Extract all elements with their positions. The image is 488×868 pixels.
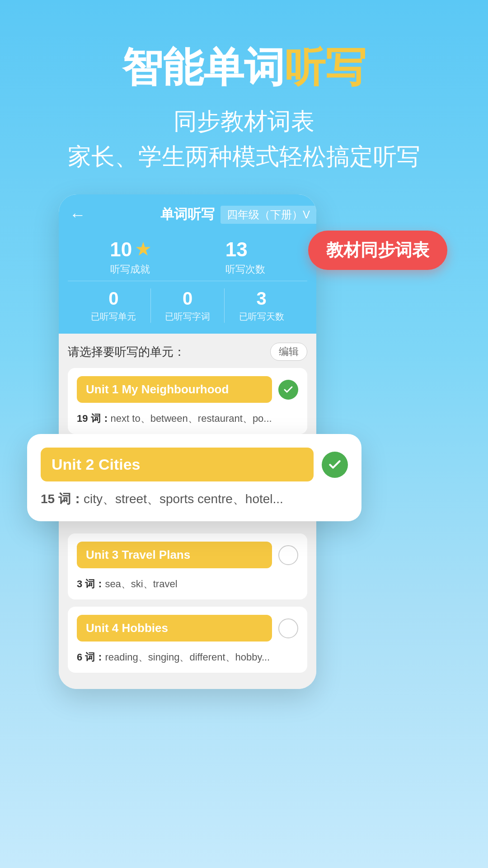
unit4-circle: [278, 618, 298, 638]
floating-unit2-words: 15 词：city、street、sports centre、hotel...: [41, 491, 348, 508]
star-icon: ★: [136, 240, 150, 259]
title-part2: 听写: [285, 45, 366, 90]
unit3-title-box: Unit 3 Travel Plans: [77, 542, 272, 568]
unit1-word-count: 19 词：: [77, 413, 111, 424]
floating-unit2-title-box: Unit 2 Cities: [41, 448, 314, 481]
app-blue-header: ← 单词听写 四年级（下册）V 10 ★ 听写成就 13 听写次数 0: [59, 194, 316, 334]
app-stats-row2: 0 已听写单元 0 已听写字词 3 已听写天数: [68, 281, 307, 334]
floating-unit2-row: Unit 2 Cities: [41, 448, 348, 481]
floating-unit2-word-count: 15 词：: [41, 492, 84, 506]
unit3-word-count: 3 词：: [77, 578, 105, 590]
select-row: 请选择要听写的单元： 编辑: [68, 343, 307, 361]
units-stat: 0 已听写单元: [77, 288, 151, 323]
floating-unit2-check: [322, 452, 348, 478]
unit-item-3[interactable]: Unit 3 Travel Plans 3 词：sea、ski、travel: [68, 533, 307, 599]
score-label: 听写成就: [110, 263, 150, 276]
unit4-word-count: 6 词：: [77, 651, 105, 663]
unit4-words: 6 词：reading、singing、different、hobby...: [68, 650, 307, 673]
units-value: 0: [77, 288, 150, 309]
unit1-words-preview: next to、between、restaurant、po...: [111, 413, 272, 424]
unit3-circle: [278, 545, 298, 565]
count-value: 13: [225, 238, 265, 261]
unit3-words-preview: sea、ski、travel: [105, 578, 177, 590]
header-subtitle: 同步教材词表 家长、学生两种模式轻松搞定听写: [0, 104, 488, 174]
score-value: 10 ★: [110, 238, 150, 261]
subtitle-line2: 家长、学生两种模式轻松搞定听写: [0, 139, 488, 174]
unit1-words: 19 词：next to、between、restaurant、po...: [68, 411, 307, 434]
title-part1: 智能单词: [122, 45, 285, 90]
header-title: 智能单词 听写: [0, 45, 488, 90]
count-label: 听写次数: [225, 263, 265, 276]
unit4-header-row: Unit 4 Hobbies: [68, 607, 307, 650]
unit4-words-preview: reading、singing、different、hobby...: [105, 651, 270, 663]
words-value: 0: [151, 288, 225, 309]
words-label: 已听写字词: [151, 311, 225, 323]
floating-card-unit2[interactable]: Unit 2 Cities 15 词：city、street、sports ce…: [27, 434, 361, 521]
score-stat: 10 ★ 听写成就: [110, 238, 150, 276]
unit4-title: Unit 4 Hobbies: [86, 621, 168, 635]
units-label: 已听写单元: [77, 311, 150, 323]
badge: 教材同步词表: [308, 231, 447, 270]
app-nav: ← 单词听写 四年级（下册）V: [59, 194, 316, 229]
badge-text: 教材同步词表: [326, 241, 429, 259]
days-value: 3: [225, 288, 298, 309]
unit3-title: Unit 3 Travel Plans: [86, 548, 190, 561]
unit1-title-box: Unit 1 My Neighbourhood: [77, 376, 272, 403]
floating-unit2-title: Unit 2 Cities: [52, 456, 140, 473]
unit3-words: 3 词：sea、ski、travel: [68, 576, 307, 599]
unit1-check: [278, 380, 298, 400]
select-prompt: 请选择要听写的单元：: [68, 344, 185, 360]
days-stat: 3 已听写天数: [225, 288, 298, 323]
app-nav-title: 单词听写: [160, 205, 215, 224]
subtitle-line1: 同步教材词表: [0, 104, 488, 139]
count-stat: 13 听写次数: [225, 238, 265, 276]
header-area: 智能单词 听写 同步教材词表 家长、学生两种模式轻松搞定听写: [0, 0, 488, 201]
unit1-title: Unit 1 My Neighbourhood: [86, 382, 229, 396]
grade-selector[interactable]: 四年级（下册）V: [221, 206, 316, 224]
unit1-header-row: Unit 1 My Neighbourhood: [68, 368, 307, 411]
days-label: 已听写天数: [225, 311, 298, 323]
edit-button[interactable]: 编辑: [270, 343, 307, 361]
words-stat: 0 已听写字词: [151, 288, 225, 323]
unit-item-4[interactable]: Unit 4 Hobbies 6 词：reading、singing、diffe…: [68, 607, 307, 673]
back-button[interactable]: ←: [70, 205, 86, 224]
floating-unit2-words-preview: city、street、sports centre、hotel...: [84, 492, 283, 506]
unit3-header-row: Unit 3 Travel Plans: [68, 533, 307, 576]
app-stats-row: 10 ★ 听写成就 13 听写次数: [59, 229, 316, 281]
unit-item-1[interactable]: Unit 1 My Neighbourhood 19 词：next to、bet…: [68, 368, 307, 434]
unit4-title-box: Unit 4 Hobbies: [77, 615, 272, 642]
